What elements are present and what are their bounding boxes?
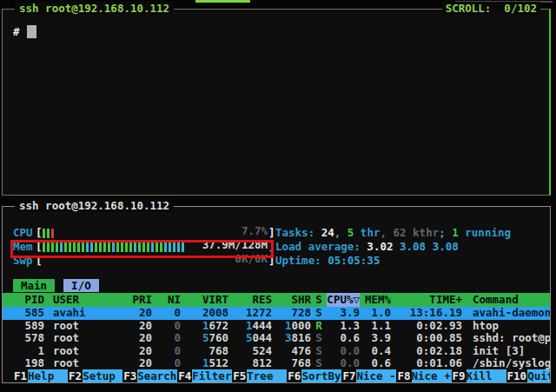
pane-bottom-htop[interactable]: ssh root@192.168.10.112 CPU[7.7%] Mem[37… bbox=[2, 206, 551, 383]
bracket-close: ] bbox=[268, 254, 275, 268]
column-header-cpu[interactable]: CPU%▽ bbox=[327, 293, 360, 307]
swap-meter-bar: 0K/0K bbox=[43, 254, 268, 268]
cell-cmd: avahi-daemon: running bbox=[462, 307, 550, 320]
fnkey-f2[interactable]: F2Setup bbox=[68, 369, 122, 382]
cell-s: S bbox=[311, 332, 327, 345]
column-header-virt[interactable]: VIRT bbox=[181, 293, 228, 307]
cell-time: 0:01.06 bbox=[391, 357, 462, 370]
text-segment: 768 bbox=[208, 345, 228, 357]
fnkey-label: SortBy bbox=[301, 369, 341, 382]
fnkey-number: F1 bbox=[13, 369, 28, 382]
cell-time: 0:00.85 bbox=[391, 332, 462, 345]
process-row-selected[interactable]: 585avahi20020081272728S3.91.013:16.19ava… bbox=[3, 307, 550, 320]
column-header-res[interactable]: RES bbox=[228, 293, 272, 307]
meter-tick bbox=[177, 243, 180, 252]
text-segment: 672 bbox=[208, 320, 228, 332]
fnkey-f6[interactable]: F6SortBy bbox=[287, 369, 341, 382]
text-segment: 1 bbox=[452, 226, 459, 239]
cell-pri: 20 bbox=[117, 345, 152, 358]
text-segment: 589 bbox=[24, 320, 44, 332]
text-segment: 1.3 bbox=[340, 320, 360, 332]
cell-s: S bbox=[311, 357, 327, 370]
htop-tabs: MainI/O bbox=[13, 279, 99, 292]
cell-pri: 20 bbox=[117, 307, 152, 320]
fnkey-f3[interactable]: F3Search bbox=[122, 369, 177, 382]
fnkey-f8[interactable]: F8Nice + bbox=[396, 369, 451, 382]
text-segment: init [3] bbox=[473, 345, 525, 357]
fnkey-f9[interactable]: F9Kill bbox=[452, 369, 506, 382]
swap-meter: Swp[0K/0K] bbox=[13, 254, 275, 268]
text-segment: 20 bbox=[139, 345, 152, 357]
cell-pri: 20 bbox=[117, 357, 152, 370]
mem-meter: Mem[37.9M/128M] bbox=[13, 240, 275, 254]
meter-tick bbox=[116, 243, 119, 252]
column-header-time[interactable]: TIME+ bbox=[391, 293, 462, 307]
cell-s: S bbox=[311, 307, 327, 320]
cell-s: R bbox=[311, 320, 327, 333]
text-segment: 0.6 bbox=[340, 332, 360, 344]
cell-shr: 768 bbox=[272, 357, 311, 370]
fnkey-f5[interactable]: F5Tree bbox=[232, 369, 287, 382]
fnkey-f10[interactable]: F10Quit bbox=[506, 369, 550, 382]
process-row[interactable]: 198root2001512812768S0.00.60:01.06/sbin/… bbox=[3, 357, 550, 370]
cell-mem: 0.6 bbox=[360, 357, 391, 370]
process-row[interactable]: 1root200768524476S0.00.40:02.18init [3] bbox=[3, 345, 550, 358]
text-cursor bbox=[27, 25, 36, 38]
cell-cpu: 0.6 bbox=[327, 332, 360, 345]
bracket-open: [ bbox=[36, 254, 43, 268]
fnkey-f4[interactable]: F4Filter bbox=[177, 369, 232, 382]
cell-virt: 768 bbox=[181, 345, 228, 358]
meter-tick bbox=[64, 243, 67, 252]
text-segment: thr bbox=[354, 226, 380, 239]
fnkey-label: Nice - bbox=[356, 369, 396, 382]
text-segment: 512 bbox=[208, 357, 228, 369]
meter-tick bbox=[43, 229, 45, 238]
column-header-s[interactable]: S bbox=[311, 293, 327, 307]
column-header-shr[interactable]: SHR bbox=[272, 293, 311, 307]
column-header-pri[interactable]: PRI bbox=[117, 293, 152, 307]
column-header-user[interactable]: USER bbox=[44, 293, 117, 307]
fnkey-f7[interactable]: F7Nice - bbox=[341, 369, 396, 382]
meter-tick bbox=[147, 243, 149, 252]
text-segment: 20 bbox=[139, 357, 152, 369]
tab-io[interactable]: I/O bbox=[63, 279, 99, 292]
text-segment: 1272 bbox=[246, 307, 272, 319]
tab-main[interactable]: Main bbox=[13, 279, 55, 292]
cell-user: root bbox=[44, 320, 117, 333]
text-segment: running bbox=[459, 226, 511, 239]
column-header-pid[interactable]: PID bbox=[3, 293, 44, 307]
text-segment: 20 bbox=[139, 320, 152, 332]
meter-tick bbox=[156, 243, 158, 252]
text-segment: 0 bbox=[174, 332, 181, 344]
text-segment: 3.9 bbox=[340, 307, 360, 319]
text-segment: 728 bbox=[291, 307, 311, 319]
text-segment: 0.0 bbox=[340, 357, 360, 369]
text-segment: Load average: bbox=[275, 240, 367, 253]
text-segment: S bbox=[315, 307, 322, 319]
text-segment: /sbin/syslogd -n bbox=[473, 357, 550, 369]
cell-cmd: sshd: root@pts/1 bbox=[462, 332, 550, 345]
text-segment: 198 bbox=[24, 357, 44, 369]
text-segment: 20 bbox=[139, 332, 152, 344]
process-row[interactable]: 578root200576050443816S0.63.90:00.85sshd… bbox=[3, 332, 550, 345]
text-segment: root bbox=[53, 357, 79, 369]
text-segment: root bbox=[53, 332, 79, 344]
shell-prompt-line[interactable]: # bbox=[13, 25, 36, 38]
pane-top-ssh[interactable]: ssh root@192.168.10.112 SCROLL: 0/102 # bbox=[2, 9, 551, 196]
meter-tick bbox=[164, 243, 167, 252]
cell-pid: 585 bbox=[3, 307, 44, 320]
column-header-cmd[interactable]: Command bbox=[462, 293, 550, 307]
info-line: Tasks: 24, 5 thr, 62 kthr; 1 running bbox=[275, 226, 511, 240]
cell-mem: 3.9 bbox=[360, 332, 391, 345]
cpu-meter-value: 7.7% bbox=[242, 226, 268, 238]
fnkey-f1[interactable]: F1Help bbox=[13, 369, 68, 382]
column-header-mem[interactable]: MEM% bbox=[360, 293, 391, 307]
mem-meter-label: Mem bbox=[13, 240, 36, 254]
cell-res: 812 bbox=[228, 357, 272, 370]
process-row[interactable]: 589root200167214441000R1.31.10:02.93htop bbox=[3, 320, 550, 333]
bracket-open: [ bbox=[36, 240, 43, 254]
fnkey-number: F6 bbox=[287, 369, 301, 382]
column-header-ni[interactable]: NI bbox=[152, 293, 181, 307]
text-segment: 3.08 3.08 bbox=[400, 240, 459, 253]
cell-s: S bbox=[311, 345, 327, 358]
